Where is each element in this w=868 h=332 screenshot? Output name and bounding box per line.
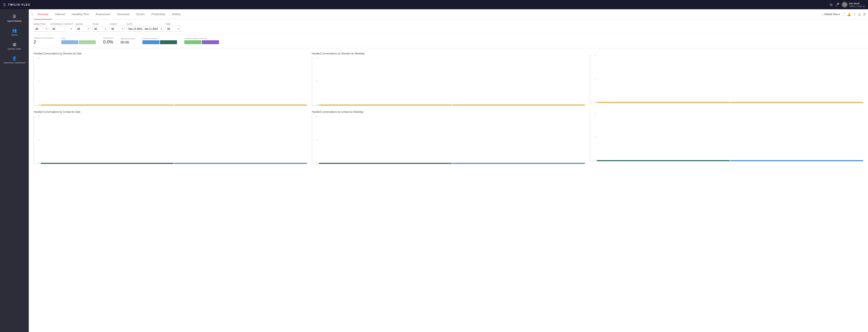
team-label: TEAM <box>93 23 107 25</box>
communication-channels-bar-1 <box>184 40 202 44</box>
team-filter: TEAM All <box>93 23 107 32</box>
tabbar: ‹ Overview Inbound Handling Time Assessm… <box>29 9 868 20</box>
external-contact-filter: EXTERNAL CONTACT All <box>51 23 73 32</box>
chart-contact-date-title: Handled Conversations by Contact by Date <box>34 111 307 113</box>
abandoned-value: 0.0% <box>103 39 113 45</box>
teams-icon: 👥 <box>12 28 17 33</box>
sidebar-item-agent-desktop[interactable]: ☰ Agent Desktop <box>0 12 29 25</box>
settings-icon[interactable]: ⚙ <box>863 12 866 16</box>
grid-icon[interactable]: ⊞ <box>830 3 833 7</box>
communication-channels-legend-bars <box>184 40 219 44</box>
tab-prev-button[interactable]: ‹ <box>31 12 34 16</box>
default-view-button[interactable]: Default View ▾ <box>824 13 840 16</box>
direction-select-wrapper: All <box>34 26 48 32</box>
chart-y-axis-5: 110 <box>312 115 318 164</box>
sidebar-item-teams[interactable]: 👥 Teams <box>0 26 29 38</box>
queue-select-wrapper: All <box>75 26 90 32</box>
chart-contact-weekday: Handled Conversations by Contact by Week… <box>312 111 585 164</box>
team-select-wrapper: All <box>93 26 107 32</box>
sidebar-label-teams: Teams <box>11 34 18 36</box>
supervisor-dashboard-icon: 👤 <box>12 56 17 60</box>
chart-direction-weekday-title: Handled Conversations by Direction by We… <box>312 52 585 55</box>
handled-conversations-value: 2 <box>34 39 54 45</box>
chart-contact-weekday-2: 110 <box>590 111 863 164</box>
agent-desktop-icon: ☰ <box>13 14 16 19</box>
smiley-icon[interactable]: ☺ <box>853 12 856 16</box>
queue-label: QUEUE <box>75 23 90 25</box>
bar-teal-1 <box>41 163 174 164</box>
direction-filter: DIRECTION All <box>34 23 48 32</box>
chart-direction-weekday: Handled Conversations by Direction by We… <box>312 52 585 106</box>
sidebar-item-queues-stats[interactable]: ▦ Queues Stats <box>0 39 29 53</box>
print-icon[interactable]: 🖨 <box>858 12 861 16</box>
chart-bars-5 <box>319 163 585 164</box>
bar-yellow-3 <box>319 105 452 106</box>
abandoned-after-summary: Abandoned After 00:00 <box>120 37 135 44</box>
default-view-label: Default View <box>824 13 838 16</box>
tab-scorecard[interactable]: Scorecard <box>114 9 133 20</box>
external-contact-label: EXTERNAL CONTACT <box>51 23 73 25</box>
external-contacts-bar-1 <box>143 40 159 44</box>
agent-select[interactable]: All <box>110 26 124 32</box>
tab-inbound[interactable]: Inbound <box>52 9 68 20</box>
direction-select[interactable]: All <box>34 26 48 32</box>
user-info: TD test deset Offline | 354d 4h <box>842 2 865 7</box>
bell-icon[interactable]: 🔔 <box>847 12 851 16</box>
user-details: test deset Offline | 354d 4h <box>849 2 865 7</box>
tab-activity[interactable]: Activity <box>169 9 184 20</box>
avatar: TD <box>842 2 847 7</box>
handled-conversations-label: Handled Conversations <box>34 37 54 39</box>
chart-direction-date-title: Handled Conversations by Direction by Da… <box>34 52 307 55</box>
queue-filter: QUEUE All <box>75 23 90 32</box>
external-contacts-bar-2 <box>160 40 177 44</box>
menu-icon[interactable]: ☰ <box>3 3 6 7</box>
tab-productivity[interactable]: Productivity <box>148 9 169 20</box>
charts-row-2: Handled Conversations by Contact by Date… <box>34 111 863 164</box>
time-select-wrapper: All <box>165 26 180 32</box>
bar-yellow-6 <box>730 102 863 103</box>
external-contact-select-wrapper: All <box>51 26 73 32</box>
abandoned-summary: Abandoned 0.0% <box>103 37 113 45</box>
communication-channels-bar-2 <box>202 40 219 44</box>
time-select[interactable]: All <box>165 26 180 32</box>
date-select[interactable]: Dec 13 2021 - Jan 11 2022 <box>127 26 163 32</box>
chart-y-axis-6: 110 <box>590 113 596 161</box>
main-content: ‹ Overview Inbound Handling Time Assessm… <box>29 9 868 332</box>
chart-bars-4 <box>41 163 307 164</box>
sidebar-label-supervisor-dashboard: Supervisor Dashboard <box>3 61 25 64</box>
external-contact-select[interactable]: All <box>51 26 65 32</box>
sidebar-item-supervisor-dashboard[interactable]: 👤 Supervisor Dashboard <box>0 53 29 66</box>
tab-overview[interactable]: Overview <box>34 9 52 20</box>
communication-channels-legend: Communication Channels <box>184 37 219 44</box>
tab-next-button[interactable]: › <box>821 12 824 16</box>
queue-select[interactable]: All <box>75 26 90 32</box>
team-select[interactable]: All <box>93 26 107 32</box>
chart-y-axis-4: 110 <box>34 115 40 164</box>
bar-yellow-5 <box>597 102 730 103</box>
chart-contact-weekday-2-inner: 110 <box>590 113 863 161</box>
share-icon[interactable]: ⛶ <box>842 12 845 16</box>
chart-y-axis-3: 110 <box>590 54 596 103</box>
chart-contact-date-inner: 110 <box>34 115 307 164</box>
tab-handling-time[interactable]: Handling Time <box>68 9 92 20</box>
topbar-right: ⊞ 🎤 TD test deset Offline | 354d 4h <box>830 2 865 7</box>
chart-bars-6 <box>597 160 863 161</box>
tab-assessment[interactable]: Assessment <box>92 9 114 20</box>
bar-blue-3 <box>730 160 863 161</box>
tab-scores[interactable]: Scores <box>133 9 148 20</box>
tabs: Overview Inbound Handling Time Assessmen… <box>34 9 821 20</box>
topbar-left: ☰ TWILIO FLEX <box>3 3 30 7</box>
chart-y-axis-1: 110 <box>34 57 40 106</box>
mic-icon[interactable]: 🎤 <box>835 3 839 7</box>
user-status: Offline | 354d 4h <box>849 5 865 7</box>
charts-row-1: Handled Conversations by Direction by Da… <box>34 52 863 106</box>
agent-filter: AGENT All <box>110 23 124 32</box>
communication-channels-legend-label: Communication Channels <box>184 37 219 39</box>
filters-row: DIRECTION All EXTERNAL CONTACT All QUEUE… <box>29 20 868 34</box>
bar-yellow-2 <box>174 105 307 106</box>
sidebar-label-queues-stats: Queues Stats <box>8 48 21 50</box>
chart-bars-3 <box>597 102 863 103</box>
chart-direction-date: Handled Conversations by Direction by Da… <box>34 52 307 106</box>
chart-bars-2 <box>319 105 585 106</box>
chevron-down-icon: ▾ <box>839 13 840 16</box>
